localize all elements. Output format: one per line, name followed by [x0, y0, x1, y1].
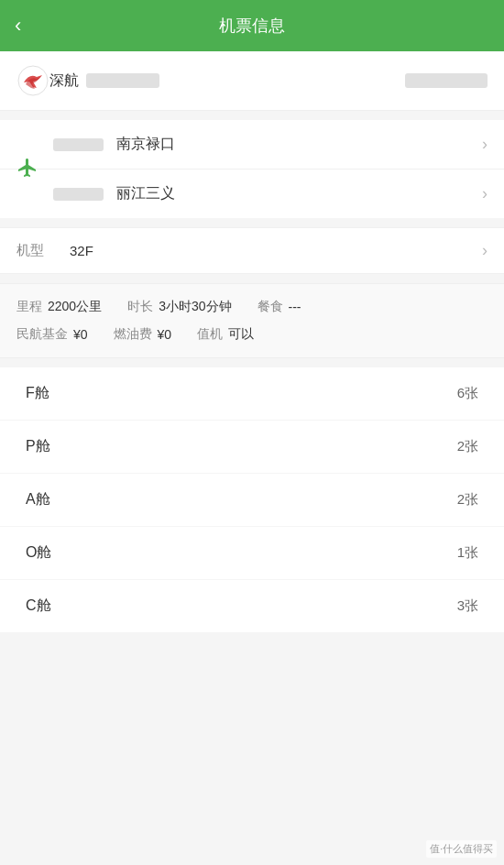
cabin-row-f: F舱 6张 [0, 367, 504, 421]
aircraft-row[interactable]: 机型 32F › [0, 227, 504, 274]
cabin-count-c: 3张 [457, 597, 478, 615]
cabin-row-o: O舱 1张 [0, 527, 504, 580]
aircraft-label: 机型 [16, 242, 62, 259]
cabin-row-a: A舱 2张 [0, 474, 504, 527]
duration-label: 时长 [127, 299, 153, 315]
cabin-name-p: P舱 [26, 437, 50, 456]
aircraft-chevron-icon: › [482, 241, 488, 260]
fuel-label: 燃油费 [114, 326, 152, 343]
meal-value: --- [289, 300, 301, 314]
fuel-item: 燃油费 ¥0 [114, 326, 172, 343]
distance-label: 里程 [16, 299, 42, 315]
fuel-value: ¥0 [158, 327, 172, 342]
flight-info-grid: 里程 2200公里 时长 3小时30分钟 餐食 --- 民航基金 ¥0 燃油费 … [0, 283, 504, 358]
cabin-count-f: 6张 [457, 385, 478, 402]
header: ‹ 机票信息 [0, 0, 504, 51]
airline-name: 深航 [49, 71, 79, 91]
cabin-row-c: C舱 3张 [0, 580, 504, 633]
tax-value: ¥0 [73, 327, 88, 342]
cabin-name-c: C舱 [26, 597, 51, 616]
distance-item: 里程 2200公里 [16, 299, 102, 315]
cabin-row-p: P舱 2张 [0, 421, 504, 474]
cabin-count-p: 2张 [457, 438, 478, 455]
meal-label: 餐食 [257, 299, 283, 315]
cabin-count-o: 1张 [457, 544, 478, 562]
distance-value: 2200公里 [48, 299, 102, 315]
checkin-label: 值机 [197, 326, 223, 343]
duration-item: 时长 3小时30分钟 [127, 299, 231, 315]
tax-label: 民航基金 [16, 326, 68, 343]
cabin-name-o: O舱 [26, 543, 51, 563]
checkin-value: 可以 [228, 326, 254, 343]
meal-item: 餐食 --- [257, 299, 301, 315]
departure-route[interactable]: 南京禄口 › [0, 120, 504, 170]
airline-card: 深航 [0, 51, 504, 111]
arrival-chevron-icon: › [482, 184, 488, 203]
departure-time-blurred [53, 138, 104, 151]
arrival-airport: 丽江三义 [116, 184, 482, 203]
aircraft-value: 32F [70, 243, 482, 258]
tax-item: 民航基金 ¥0 [16, 326, 88, 343]
routes-section: 南京禄口 › 丽江三义 › [0, 120, 504, 218]
cabin-name-f: F舱 [26, 384, 49, 403]
departure-airport: 南京禄口 [116, 135, 482, 154]
watermark: 值·什么值得买 [426, 840, 497, 858]
cabin-name-a: A舱 [26, 490, 50, 509]
cabin-count-a: 2张 [457, 491, 478, 509]
arrival-time-blurred [53, 188, 104, 201]
airline-extra-blurred [405, 73, 488, 88]
info-row-1: 里程 2200公里 时长 3小时30分钟 餐食 --- [16, 299, 488, 315]
arrival-route[interactable]: 丽江三义 › [0, 170, 504, 218]
airline-code-blurred [86, 73, 159, 88]
duration-value: 3小时30分钟 [159, 299, 231, 315]
cabin-section: F舱 6张 P舱 2张 A舱 2张 O舱 1张 C舱 3张 [0, 367, 504, 633]
checkin-item: 值机 可以 [197, 326, 254, 343]
departure-chevron-icon: › [482, 135, 488, 154]
airline-logo [16, 64, 49, 97]
divider-gap-1 [0, 111, 504, 120]
info-row-2: 民航基金 ¥0 燃油费 ¥0 值机 可以 [16, 326, 488, 343]
back-button[interactable]: ‹ [15, 14, 21, 38]
page-title: 机票信息 [219, 15, 285, 37]
